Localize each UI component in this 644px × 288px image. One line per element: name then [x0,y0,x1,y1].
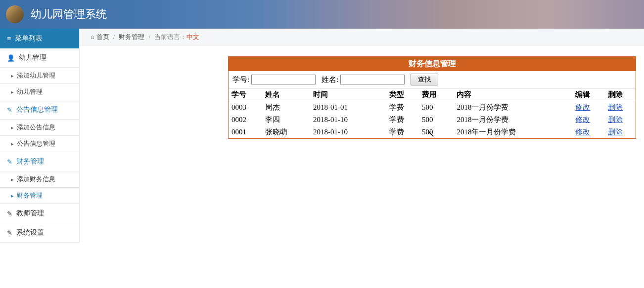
sidebar-group-2[interactable]: ✎财务管理 [0,152,79,171]
finance-panel: 财务信息管理 学号: 姓名: 查找 学号姓名时间类型费用内容编辑删除 0003周… [228,56,636,139]
table-header-cell: 姓名 [262,88,310,101]
sidebar-item[interactable]: 财务管理 [0,188,79,204]
table-row: 0001张晓萌2018-01-10学费5002018年一月份学费修改删除 [229,126,636,138]
breadcrumb-lang-label: 当前语言： [154,33,186,41]
table-header-cell: 删除 [605,88,636,101]
menu-header-label: 菜单列表 [15,34,43,43]
table-cell: 0002 [229,114,262,126]
table-cell: 0003 [229,101,262,114]
table-cell: 张晓萌 [262,126,310,138]
table-cell: 2018一月份学费 [454,114,572,126]
table-header-cell: 内容 [454,88,572,101]
main: ⌂ 首页 / 财务管理 / 当前语言： 中文 财务信息管理 学号: 姓名: 查找… [80,29,644,243]
breadcrumb-home[interactable]: 首页 [96,33,109,41]
sidebar-group-label: 教师管理 [16,209,44,218]
search-name-input[interactable] [340,75,405,84]
table-cell: 0001 [229,126,262,138]
avatar [6,5,24,23]
table-cell: 2018一月份学费 [454,101,572,114]
sidebar-group-label: 公告信息管理 [16,105,58,114]
search-id-label: 学号: [232,75,249,84]
table-header-cell: 学号 [229,88,262,101]
search-id-input[interactable] [251,75,316,84]
edit-icon: ✎ [7,210,12,217]
search-bar: 学号: 姓名: 查找 [229,71,636,88]
sidebar-group-3[interactable]: ✎教师管理 [0,204,79,223]
table-cell: 2018-01-10 [310,126,386,138]
sidebar-item[interactable]: 幼儿管理 [0,84,79,100]
delete-link[interactable]: 删除 [608,128,623,136]
table-header-cell: 编辑 [572,88,605,101]
sidebar-group-1[interactable]: ✎公告信息管理 [0,100,79,120]
sidebar-group-label: 幼儿管理 [19,53,46,62]
home-icon: ⌂ [91,33,94,41]
table-cell: 500 [419,126,454,138]
sidebar-group-0[interactable]: 👤幼儿管理 [0,48,79,68]
sidebar-group-4[interactable]: ✎系统设置 [0,223,79,243]
table-cell: 学费 [386,126,419,138]
sidebar-group-label: 系统设置 [16,228,44,237]
edit-icon: ✎ [7,106,12,114]
sidebar-group-label: 财务管理 [16,157,44,166]
app-title: 幼儿园管理系统 [31,7,107,22]
menu-header: ≡ 菜单列表 [0,29,79,48]
search-name-label: 姓名: [322,75,338,84]
table-cell: 2018-01-01 [310,101,386,114]
sidebar: ≡ 菜单列表 👤幼儿管理添加幼儿管理幼儿管理✎公告信息管理添加公告信息公告信息管… [0,29,80,243]
table-cell: 500 [419,114,454,126]
app-header: 幼儿园管理系统 [0,0,644,29]
table-header-cell: 类型 [386,88,419,101]
edit-link[interactable]: 修改 [575,128,590,136]
edit-link[interactable]: 修改 [575,116,590,123]
table-cell: 500 [419,101,454,114]
edit-icon: ✎ [7,229,12,237]
delete-link[interactable]: 删除 [608,116,623,123]
table-header-cell: 费用 [419,88,454,101]
sidebar-item[interactable]: 添加公告信息 [0,120,79,136]
breadcrumb-lang-value: 中文 [186,33,199,41]
table-cell: 学费 [386,114,419,126]
sidebar-item[interactable]: 添加幼儿管理 [0,68,79,84]
panel-title: 财务信息管理 [229,57,636,71]
table-cell: 李四 [262,114,310,126]
table-cell: 学费 [386,101,419,114]
table-cell: 周杰 [262,101,310,114]
breadcrumb: ⌂ 首页 / 财务管理 / 当前语言： 中文 [80,29,644,45]
edit-link[interactable]: 修改 [575,103,590,111]
breadcrumb-section[interactable]: 财务管理 [119,33,144,41]
table-cell: 2018年一月份学费 [454,126,572,138]
table-cell: 2018-01-10 [310,114,386,126]
sidebar-item[interactable]: 公告信息管理 [0,136,79,152]
search-button[interactable]: 查找 [411,74,438,85]
edit-icon: ✎ [7,158,12,165]
table-header-cell: 时间 [310,88,386,101]
user-icon: 👤 [7,54,15,62]
finance-table: 学号姓名时间类型费用内容编辑删除 0003周杰2018-01-01学费50020… [229,88,636,138]
sidebar-item[interactable]: 添加财务信息 [0,171,79,188]
table-row: 0002李四2018-01-10学费5002018一月份学费修改删除 [229,114,636,126]
table-row: 0003周杰2018-01-01学费5002018一月份学费修改删除 [229,101,636,114]
delete-link[interactable]: 删除 [608,103,623,111]
menu-icon: ≡ [7,35,11,42]
